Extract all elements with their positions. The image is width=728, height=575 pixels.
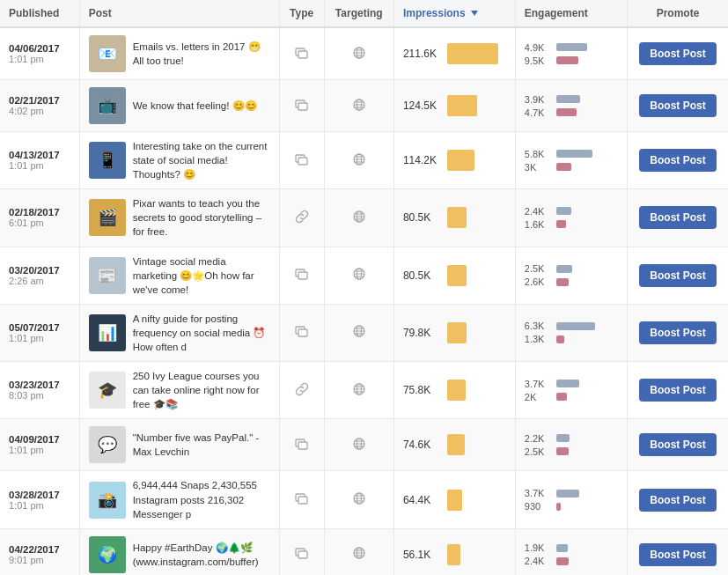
impressions-bar-container xyxy=(447,490,506,511)
cell-engagement: 1.9K 2.4K xyxy=(515,528,627,575)
type-icon xyxy=(295,324,309,338)
post-thumbnail: 📱 xyxy=(89,142,126,179)
published-time: 4:02 pm xyxy=(9,106,70,116)
svg-rect-46 xyxy=(298,442,307,449)
targeting-icon xyxy=(352,546,366,560)
cell-promote[interactable]: Boost Post xyxy=(628,189,728,247)
post-thumbnail: 📰 xyxy=(89,257,126,294)
engagement-bar-2 xyxy=(556,163,571,171)
engagement-bar-2 xyxy=(556,108,577,116)
targeting-icon xyxy=(352,437,366,451)
cell-type xyxy=(279,419,324,471)
cell-promote[interactable]: Boost Post xyxy=(628,247,728,304)
table-row: 04/09/2017 1:01 pm 💬 "Number five was Pa… xyxy=(0,419,728,471)
boost-post-button[interactable]: Boost Post xyxy=(639,42,716,65)
published-time: 1:01 pm xyxy=(9,333,70,343)
cell-promote[interactable]: Boost Post xyxy=(628,27,728,80)
cell-promote[interactable]: Boost Post xyxy=(628,471,728,528)
engagement-value-2: 2K xyxy=(525,392,551,402)
impressions-bar xyxy=(447,490,462,511)
boost-post-button[interactable]: Boost Post xyxy=(639,264,716,287)
engagement-value-1: 6.3K xyxy=(525,321,551,331)
boost-post-button[interactable]: Boost Post xyxy=(639,433,716,456)
published-time: 1:01 pm xyxy=(9,54,70,64)
cell-promote[interactable]: Boost Post xyxy=(628,132,728,189)
col-header-impressions[interactable]: Impressions xyxy=(393,0,515,27)
svg-rect-34 xyxy=(298,329,307,336)
engagement-bar-1 xyxy=(556,434,570,442)
engagement-bar-1 xyxy=(556,150,592,158)
boost-post-button[interactable]: Boost Post xyxy=(639,321,716,344)
cell-type xyxy=(279,132,324,189)
engagement-row-1: 3.7K xyxy=(525,488,618,498)
engagement-row-1: 2.4K xyxy=(525,206,618,217)
boost-post-button[interactable]: Boost Post xyxy=(639,94,716,117)
boost-post-button[interactable]: Boost Post xyxy=(639,149,716,172)
post-text: Pixar wants to teach you the secrets to … xyxy=(133,196,270,239)
engagement-bar-2 xyxy=(556,503,561,511)
cell-post: 📺 We know that feeling! 😊😊 xyxy=(79,80,279,132)
engagement-value-2: 9.5K xyxy=(525,55,551,66)
engagement-value-2: 2.4K xyxy=(525,556,551,566)
post-text: 6,944,444 Snaps 2,430,555 Instagram post… xyxy=(133,478,270,520)
targeting-icon xyxy=(352,46,366,60)
post-thumbnail: 📊 xyxy=(89,314,126,351)
cell-impressions: 114.2K xyxy=(393,132,515,189)
cell-promote[interactable]: Boost Post xyxy=(628,362,728,419)
published-time: 1:01 pm xyxy=(9,500,70,511)
type-icon xyxy=(295,210,309,224)
type-icon xyxy=(295,546,309,560)
boost-post-button[interactable]: Boost Post xyxy=(639,489,716,512)
impressions-value: 64.4K xyxy=(403,494,440,506)
cell-type xyxy=(279,362,324,419)
boost-post-button[interactable]: Boost Post xyxy=(639,379,716,402)
engagement-value-1: 2.5K xyxy=(525,263,551,274)
boost-post-button[interactable]: Boost Post xyxy=(639,206,716,229)
targeting-icon xyxy=(352,267,366,281)
post-thumbnail: 📸 xyxy=(89,482,126,519)
cell-engagement: 2.5K 2.6K xyxy=(515,247,627,304)
engagement-value-1: 3.7K xyxy=(525,488,551,498)
impressions-bar-container xyxy=(447,150,506,171)
cell-promote[interactable]: Boost Post xyxy=(628,304,728,361)
cell-promote[interactable]: Boost Post xyxy=(628,80,728,132)
col-header-published: Published xyxy=(0,0,79,27)
impressions-bar-container xyxy=(447,265,506,286)
svg-rect-15 xyxy=(298,158,307,165)
cell-published: 03/23/2017 8:03 pm xyxy=(0,362,79,419)
cell-targeting xyxy=(324,247,393,304)
cell-post: 💬 "Number five was PayPal." - Max Levchi… xyxy=(79,419,279,471)
post-thumbnail: 🎓 xyxy=(89,372,126,409)
type-icon xyxy=(295,152,309,166)
post-text: Vintage social media marketing 😊🌟Oh how … xyxy=(133,254,270,297)
cell-published: 04/13/2017 1:01 pm xyxy=(0,132,79,189)
engagement-bar-2 xyxy=(556,278,569,286)
engagement-value-2: 2.5K xyxy=(525,446,551,457)
cell-post: 📧 Emails vs. letters in 2017 😁All too tr… xyxy=(79,27,279,80)
impressions-value: 211.6K xyxy=(403,48,440,60)
targeting-icon xyxy=(352,382,366,396)
engagement-value-2: 1.3K xyxy=(525,334,551,344)
engagement-bar-1 xyxy=(556,322,595,330)
cell-impressions: 75.8K xyxy=(393,362,515,419)
engagement-value-2: 3K xyxy=(525,162,551,173)
published-date: 03/20/2017 xyxy=(9,265,70,276)
published-time: 8:03 pm xyxy=(9,390,70,401)
cell-type xyxy=(279,304,324,361)
cell-engagement: 6.3K 1.3K xyxy=(515,304,627,361)
boost-post-button[interactable]: Boost Post xyxy=(639,543,716,566)
post-text: We know that feeling! 😊😊 xyxy=(133,99,257,113)
post-text: "Number five was PayPal." - Max Levchin xyxy=(133,431,270,459)
engagement-bar-1 xyxy=(556,43,587,51)
published-date: 04/13/2017 xyxy=(9,150,70,160)
cell-targeting xyxy=(324,471,393,528)
col-header-type: Type xyxy=(279,0,324,27)
impressions-bar xyxy=(447,544,460,565)
col-header-post: Post xyxy=(79,0,279,27)
engagement-bar-1 xyxy=(556,490,579,498)
engagement-bar-2 xyxy=(556,335,564,343)
cell-engagement: 3.9K 4.7K xyxy=(515,80,627,132)
cell-promote[interactable]: Boost Post xyxy=(628,528,728,575)
cell-published: 04/22/2017 9:01 pm xyxy=(0,528,79,575)
cell-promote[interactable]: Boost Post xyxy=(628,419,728,471)
